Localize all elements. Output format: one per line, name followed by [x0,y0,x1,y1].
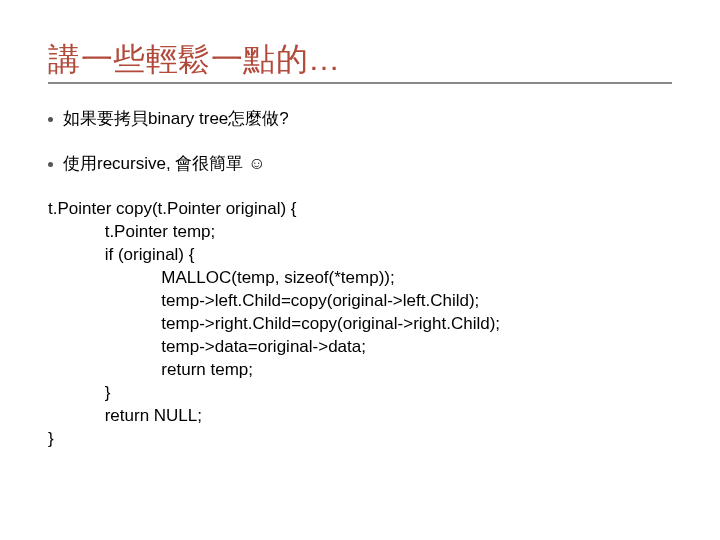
bullet-icon [48,117,53,122]
list-item: 如果要拷貝binary tree怎麼做? [48,108,672,131]
title-block: 講一些輕鬆一點的… [48,40,672,84]
list-item: 使用recursive, 會很簡單 ☺ [48,153,672,176]
bullet-text: 使用recursive, 會很簡單 ☺ [63,153,266,176]
bullet-text: 如果要拷貝binary tree怎麼做? [63,108,289,131]
bullet-list: 如果要拷貝binary tree怎麼做? 使用recursive, 會很簡單 ☺ [48,108,672,176]
title-underline [48,82,672,84]
bullet-icon [48,162,53,167]
code-block: t.Pointer copy(t.Pointer original) { t.P… [48,198,672,450]
slide: 講一些輕鬆一點的… 如果要拷貝binary tree怎麼做? 使用recursi… [0,0,720,540]
slide-title: 講一些輕鬆一點的… [48,40,672,78]
